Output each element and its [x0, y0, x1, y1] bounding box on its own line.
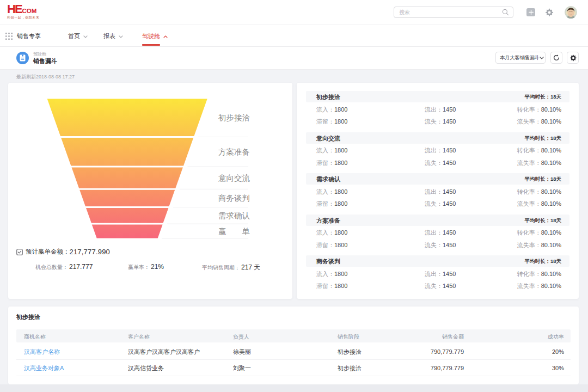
page-bottom-strip [0, 384, 588, 392]
table-cell: 汉高信贷业务 [128, 364, 164, 372]
filter-select-value: 本月大客销售漏斗 [500, 54, 540, 62]
table-column-header: 商机名称 [24, 333, 46, 341]
funnel-card: 初步接洽方案准备意向交流商务谈判需求确认赢单 预计赢单金额： 217,777.9… [8, 83, 292, 299]
nav-workspace[interactable]: 销售专享 [17, 32, 41, 40]
chevron-down-icon [83, 35, 88, 38]
stage-avg-duration: 平均时长：18天 [524, 94, 561, 101]
stage-conversion-rate: 转化率：80.10% [517, 188, 561, 195]
stage-stay: 滞留：1800 [316, 242, 347, 248]
search-box [394, 7, 513, 18]
funnel-segment[interactable] [86, 208, 168, 223]
stage-loss: 流失：1450 [425, 242, 456, 248]
stage-inflow: 流入：1800 [316, 106, 347, 113]
breadcrumb: 驾驶舱 [33, 51, 46, 57]
navbar: 销售专享 首页 报表 驾驶舱 [0, 25, 588, 47]
stage-section: 方案准备平均时长：18天流入：1800流出：1450转化率：80.10%滞留：1… [297, 215, 579, 256]
stage-avg-duration: 平均时长：18天 [524, 217, 561, 224]
stage-loss-rate: 流失率：80.10% [517, 242, 561, 248]
stage-inflow: 流入：1800 [316, 188, 347, 195]
funnel-stage-label: 初步接洽 [218, 113, 250, 122]
logo[interactable]: HE COM 和创一起，创想未来 [7, 4, 39, 20]
funnel-segment[interactable] [92, 225, 163, 238]
logo-tagline: 和创一起，创想未来 [7, 15, 39, 20]
table-column-header: 销售金额 [442, 333, 464, 341]
funnel-filter-select[interactable]: 本月大客销售漏斗 [495, 52, 546, 64]
stage-loss: 流失：1450 [425, 118, 456, 125]
table-cell: 790,779.779 [431, 348, 464, 355]
dashboard-settings-button[interactable] [567, 52, 579, 64]
funnel-chart[interactable]: 初步接洽方案准备意向交流商务谈判需求确认赢单 [8, 83, 292, 246]
nav-item-reports[interactable]: 报表 [103, 32, 123, 40]
page-title: 销售漏斗 [33, 57, 57, 65]
table-cell: 30% [552, 365, 564, 371]
stage-outflow: 流出：1450 [425, 188, 456, 195]
stage-name: 初步接洽 [316, 93, 340, 101]
settings-icon[interactable] [544, 8, 554, 17]
funnel-stage-label: 方案准备 [218, 148, 250, 156]
stage-outflow: 流出：1450 [425, 229, 456, 236]
stage-conversion-rate: 转化率：80.10% [517, 271, 561, 277]
opportunity-link[interactable]: 汉高客户名称 [24, 347, 60, 356]
app-grid-icon[interactable] [5, 33, 13, 40]
table-column-header: 负责人 [233, 333, 249, 341]
funnel-stage-label: 意向交流 [218, 174, 250, 182]
stage-name: 商务谈判 [316, 258, 340, 266]
table-title: 初步接洽 [16, 313, 40, 321]
stage-loss: 流失：1450 [425, 160, 456, 166]
active-tab-underline [142, 44, 160, 46]
stage-loss-rate: 流失率：80.10% [517, 160, 561, 166]
dashboard-icon [16, 52, 29, 64]
stage-conversion-rate: 转化率：80.10% [517, 229, 561, 236]
table-cell: 初步接洽 [338, 364, 362, 372]
stage-avg-duration: 平均时长：18天 [524, 135, 561, 142]
table-row[interactable]: 汉高客户名称汉高客户汉高客户汉高客户徐美丽初步接洽790,779.77920% [16, 344, 571, 360]
refresh-button[interactable] [550, 52, 562, 64]
stage-section: 意向交流平均时长：18天流入：1800流出：1450转化率：80.10%滞留：1… [297, 132, 579, 174]
stage-stay: 滞留：1800 [316, 118, 347, 125]
table-cell: 初步接洽 [338, 347, 362, 356]
table-cell: 汉高客户汉高客户汉高客户 [128, 347, 200, 356]
funnel-segment[interactable] [61, 138, 193, 166]
nav-item-label: 首页 [68, 32, 80, 40]
stage-details-card: 初步接洽平均时长：18天流入：1800流出：1450转化率：80.10%滞留：1… [297, 83, 579, 299]
stage-conversion-rate: 转化率：80.10% [517, 106, 561, 113]
funnel-stat: 赢单率：21% [128, 263, 164, 271]
table-cell: 790,779.779 [431, 365, 464, 371]
stage-loss-rate: 流失率：80.10% [517, 200, 561, 207]
stat-value: 217 天 [241, 263, 260, 272]
nav-item-label: 驾驶舱 [142, 32, 160, 40]
funnel-segment[interactable] [47, 99, 207, 137]
funnel-stage-label: 商务谈判 [218, 194, 250, 203]
page-header: 驾驶舱 销售漏斗 本月大客销售漏斗 [0, 47, 588, 70]
plus-icon [529, 10, 534, 15]
topbar: HE COM 和创一起，创想未来 [0, 0, 588, 25]
funnel-segment[interactable] [72, 168, 183, 188]
stat-value: 21% [151, 263, 164, 271]
stage-stay: 滞留：1800 [316, 160, 347, 166]
table-row[interactable]: 汉高业务对象A汉高信贷业务刘聚一初步接洽790,779.77930% [16, 360, 571, 376]
nav-item-cockpit[interactable]: 驾驶舱 [142, 32, 168, 40]
nav-item-home[interactable]: 首页 [68, 32, 88, 40]
search-input[interactable] [394, 9, 502, 15]
stage-outflow: 流出：1450 [425, 147, 456, 154]
funnel-stage-label: 需求确认 [218, 211, 250, 220]
table-cell: 20% [552, 348, 564, 355]
forecast-value: 217,777.990 [70, 248, 111, 256]
stage-name: 需求确认 [316, 175, 340, 183]
logo-sub: COM [22, 8, 37, 14]
stage-avg-duration: 平均时长：18天 [524, 258, 561, 265]
stage-loss: 流失：1450 [425, 200, 456, 207]
opportunity-table-card: 初步接洽 商机名称客户名称负责人销售阶段销售金额成功率 汉高客户名称汉高客户汉高… [8, 307, 579, 384]
funnel-segment[interactable] [79, 190, 175, 206]
search-icon[interactable] [502, 9, 509, 16]
avatar[interactable] [565, 6, 577, 19]
table-column-header: 销售阶段 [338, 333, 359, 341]
stage-loss-rate: 流失率：80.10% [517, 118, 561, 125]
stat-label: 机会总数量： [35, 264, 68, 271]
add-button[interactable] [526, 8, 535, 16]
stage-inflow: 流入：1800 [316, 271, 347, 277]
stage-section: 初步接洽平均时长：18天流入：1800流出：1450转化率：80.10%滞留：1… [297, 91, 579, 132]
funnel-stage-label: 单 [242, 227, 250, 236]
stage-conversion-rate: 转化率：80.10% [517, 147, 561, 154]
opportunity-link[interactable]: 汉高业务对象A [24, 364, 64, 372]
